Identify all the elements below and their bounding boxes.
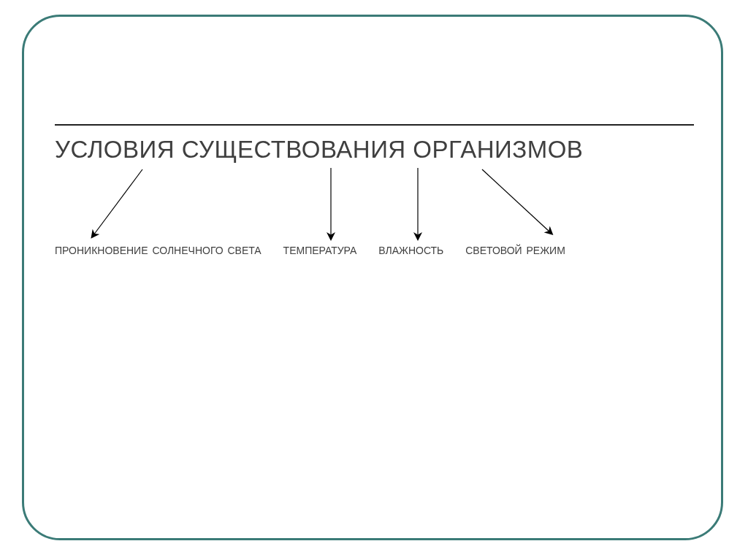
diagram-title: УСЛОВИЯ СУЩЕСТВОВАНИЯ ОРГАНИЗМОВ [55, 136, 583, 164]
title-underline [55, 124, 694, 126]
item-humidity: ВЛАЖНОСТЬ [378, 245, 443, 256]
slide-frame [22, 15, 723, 540]
item-light-mode: СВЕТОВОЙ РЕЖИМ [465, 245, 565, 256]
item-temperature: ТЕМПЕРАТУРА [283, 245, 357, 256]
diagram-items-row: ПРОНИКНОВЕНИЕ СОЛНЕЧНОГО СВЕТА ТЕМПЕРАТУ… [55, 245, 565, 256]
item-sunlight-penetration: ПРОНИКНОВЕНИЕ СОЛНЕЧНОГО СВЕТА [55, 245, 262, 256]
